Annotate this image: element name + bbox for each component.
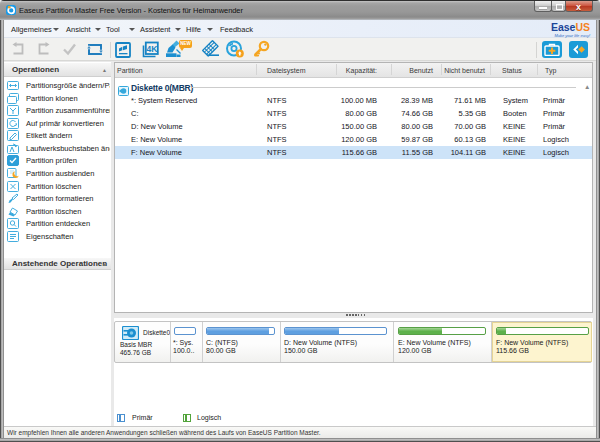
svg-text:4K: 4K (146, 44, 158, 54)
